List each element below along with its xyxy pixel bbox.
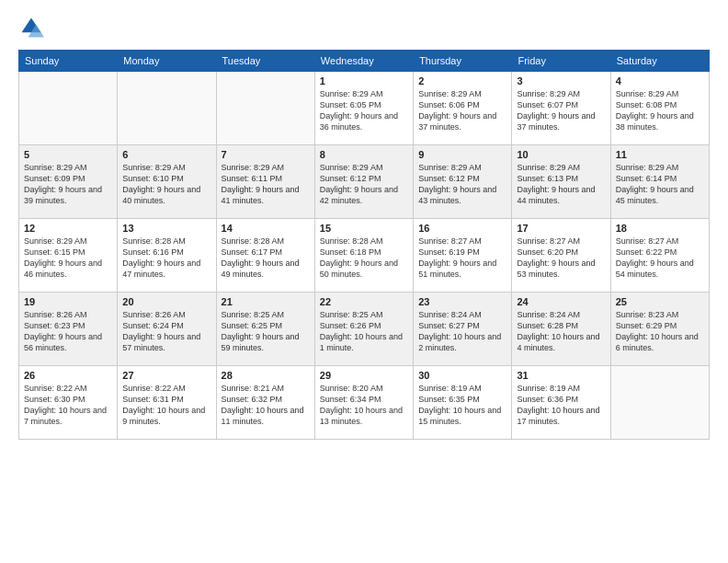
day-info: Sunrise: 8:19 AM Sunset: 6:36 PM Dayligh… [517, 383, 605, 428]
calendar-cell: 29Sunrise: 8:20 AM Sunset: 6:34 PM Dayli… [314, 366, 413, 440]
day-number: 8 [320, 149, 408, 160]
day-number: 17 [517, 223, 605, 234]
day-info: Sunrise: 8:22 AM Sunset: 6:31 PM Dayligh… [122, 383, 210, 428]
day-info: Sunrise: 8:29 AM Sunset: 6:15 PM Dayligh… [24, 236, 112, 281]
day-number: 6 [122, 149, 210, 160]
weekday-header: Tuesday [216, 51, 314, 72]
day-info: Sunrise: 8:27 AM Sunset: 6:19 PM Dayligh… [418, 236, 506, 281]
day-number: 28 [222, 370, 310, 381]
day-info: Sunrise: 8:24 AM Sunset: 6:27 PM Dayligh… [418, 309, 506, 354]
weekday-header: Monday [118, 51, 216, 72]
calendar-cell: 22Sunrise: 8:25 AM Sunset: 6:26 PM Dayli… [314, 293, 413, 366]
calendar-week-row: 12Sunrise: 8:29 AM Sunset: 6:15 PM Dayli… [19, 219, 710, 293]
day-info: Sunrise: 8:29 AM Sunset: 6:13 PM Dayligh… [517, 162, 605, 207]
day-info: Sunrise: 8:29 AM Sunset: 6:12 PM Dayligh… [418, 162, 506, 207]
day-number: 9 [418, 149, 506, 160]
calendar-cell: 21Sunrise: 8:25 AM Sunset: 6:25 PM Dayli… [216, 293, 314, 366]
calendar-cell: 23Sunrise: 8:24 AM Sunset: 6:27 PM Dayli… [414, 293, 512, 366]
day-info: Sunrise: 8:29 AM Sunset: 6:14 PM Dayligh… [616, 162, 704, 207]
calendar-cell: 19Sunrise: 8:26 AM Sunset: 6:23 PM Dayli… [19, 293, 118, 366]
calendar-cell: 7Sunrise: 8:29 AM Sunset: 6:11 PM Daylig… [216, 145, 314, 219]
day-number: 7 [222, 149, 310, 160]
calendar-cell: 18Sunrise: 8:27 AM Sunset: 6:22 PM Dayli… [610, 219, 709, 293]
day-number: 29 [320, 370, 408, 381]
calendar-cell: 24Sunrise: 8:24 AM Sunset: 6:28 PM Dayli… [512, 293, 610, 366]
day-number: 26 [24, 370, 112, 381]
calendar-cell: 26Sunrise: 8:22 AM Sunset: 6:30 PM Dayli… [19, 366, 118, 440]
calendar-cell: 2Sunrise: 8:29 AM Sunset: 6:06 PM Daylig… [414, 72, 512, 145]
calendar-cell: 12Sunrise: 8:29 AM Sunset: 6:15 PM Dayli… [19, 219, 118, 293]
day-info: Sunrise: 8:29 AM Sunset: 6:12 PM Dayligh… [320, 162, 408, 207]
day-number: 2 [418, 75, 506, 86]
day-info: Sunrise: 8:25 AM Sunset: 6:26 PM Dayligh… [320, 309, 408, 354]
calendar-cell: 4Sunrise: 8:29 AM Sunset: 6:08 PM Daylig… [610, 72, 709, 145]
day-info: Sunrise: 8:29 AM Sunset: 6:10 PM Dayligh… [122, 162, 210, 207]
calendar-cell: 1Sunrise: 8:29 AM Sunset: 6:05 PM Daylig… [314, 72, 413, 145]
day-info: Sunrise: 8:24 AM Sunset: 6:28 PM Dayligh… [517, 309, 605, 354]
day-info: Sunrise: 8:28 AM Sunset: 6:17 PM Dayligh… [222, 236, 310, 281]
day-number: 1 [320, 75, 408, 86]
day-number: 3 [517, 75, 605, 86]
day-number: 25 [616, 296, 704, 307]
weekday-header: Saturday [610, 51, 709, 72]
day-number: 15 [320, 223, 408, 234]
day-number: 22 [320, 296, 408, 307]
page: SundayMondayTuesdayWednesdayThursdayFrid… [0, 0, 728, 563]
day-info: Sunrise: 8:29 AM Sunset: 6:09 PM Dayligh… [24, 162, 112, 207]
calendar-cell: 3Sunrise: 8:29 AM Sunset: 6:07 PM Daylig… [512, 72, 610, 145]
day-number: 27 [122, 370, 210, 381]
day-number: 21 [222, 296, 310, 307]
calendar-cell: 16Sunrise: 8:27 AM Sunset: 6:19 PM Dayli… [414, 219, 512, 293]
calendar-cell [118, 72, 216, 145]
calendar-cell: 13Sunrise: 8:28 AM Sunset: 6:16 PM Dayli… [118, 219, 216, 293]
calendar-cell: 31Sunrise: 8:19 AM Sunset: 6:36 PM Dayli… [512, 366, 610, 440]
day-info: Sunrise: 8:26 AM Sunset: 6:24 PM Dayligh… [122, 309, 210, 354]
day-info: Sunrise: 8:23 AM Sunset: 6:29 PM Dayligh… [616, 309, 704, 354]
day-number: 10 [517, 149, 605, 160]
day-number: 12 [24, 223, 112, 234]
weekday-header: Thursday [414, 51, 512, 72]
day-info: Sunrise: 8:29 AM Sunset: 6:08 PM Dayligh… [616, 88, 704, 133]
calendar-cell: 15Sunrise: 8:28 AM Sunset: 6:18 PM Dayli… [314, 219, 413, 293]
calendar: SundayMondayTuesdayWednesdayThursdayFrid… [18, 50, 710, 440]
day-info: Sunrise: 8:28 AM Sunset: 6:16 PM Dayligh… [122, 236, 210, 281]
calendar-cell: 17Sunrise: 8:27 AM Sunset: 6:20 PM Dayli… [512, 219, 610, 293]
day-number: 31 [517, 370, 605, 381]
day-number: 14 [222, 223, 310, 234]
day-info: Sunrise: 8:28 AM Sunset: 6:18 PM Dayligh… [320, 236, 408, 281]
day-number: 13 [122, 223, 210, 234]
day-info: Sunrise: 8:25 AM Sunset: 6:25 PM Dayligh… [222, 309, 310, 354]
calendar-cell: 8Sunrise: 8:29 AM Sunset: 6:12 PM Daylig… [314, 145, 413, 219]
calendar-week-row: 19Sunrise: 8:26 AM Sunset: 6:23 PM Dayli… [19, 293, 710, 366]
day-info: Sunrise: 8:29 AM Sunset: 6:06 PM Dayligh… [418, 88, 506, 133]
day-number: 19 [24, 296, 112, 307]
calendar-cell [610, 366, 709, 440]
day-info: Sunrise: 8:29 AM Sunset: 6:11 PM Dayligh… [222, 162, 310, 207]
day-number: 16 [418, 223, 506, 234]
header [18, 15, 710, 40]
day-number: 18 [616, 223, 704, 234]
day-info: Sunrise: 8:21 AM Sunset: 6:32 PM Dayligh… [222, 383, 310, 428]
day-number: 23 [418, 296, 506, 307]
calendar-cell [19, 72, 118, 145]
calendar-cell: 6Sunrise: 8:29 AM Sunset: 6:10 PM Daylig… [118, 145, 216, 219]
weekday-header-row: SundayMondayTuesdayWednesdayThursdayFrid… [19, 51, 710, 72]
calendar-week-row: 1Sunrise: 8:29 AM Sunset: 6:05 PM Daylig… [19, 72, 710, 145]
calendar-cell: 28Sunrise: 8:21 AM Sunset: 6:32 PM Dayli… [216, 366, 314, 440]
day-number: 24 [517, 296, 605, 307]
day-info: Sunrise: 8:22 AM Sunset: 6:30 PM Dayligh… [24, 383, 112, 428]
calendar-cell: 27Sunrise: 8:22 AM Sunset: 6:31 PM Dayli… [118, 366, 216, 440]
calendar-cell: 9Sunrise: 8:29 AM Sunset: 6:12 PM Daylig… [414, 145, 512, 219]
calendar-cell: 20Sunrise: 8:26 AM Sunset: 6:24 PM Dayli… [118, 293, 216, 366]
calendar-cell: 30Sunrise: 8:19 AM Sunset: 6:35 PM Dayli… [414, 366, 512, 440]
day-number: 4 [616, 75, 704, 86]
day-info: Sunrise: 8:27 AM Sunset: 6:22 PM Dayligh… [616, 236, 704, 281]
calendar-cell: 10Sunrise: 8:29 AM Sunset: 6:13 PM Dayli… [512, 145, 610, 219]
day-info: Sunrise: 8:20 AM Sunset: 6:34 PM Dayligh… [320, 383, 408, 428]
calendar-cell: 5Sunrise: 8:29 AM Sunset: 6:09 PM Daylig… [19, 145, 118, 219]
day-info: Sunrise: 8:29 AM Sunset: 6:07 PM Dayligh… [517, 88, 605, 133]
day-info: Sunrise: 8:26 AM Sunset: 6:23 PM Dayligh… [24, 309, 112, 354]
weekday-header: Wednesday [314, 51, 413, 72]
calendar-cell: 25Sunrise: 8:23 AM Sunset: 6:29 PM Dayli… [610, 293, 709, 366]
weekday-header: Friday [512, 51, 610, 72]
